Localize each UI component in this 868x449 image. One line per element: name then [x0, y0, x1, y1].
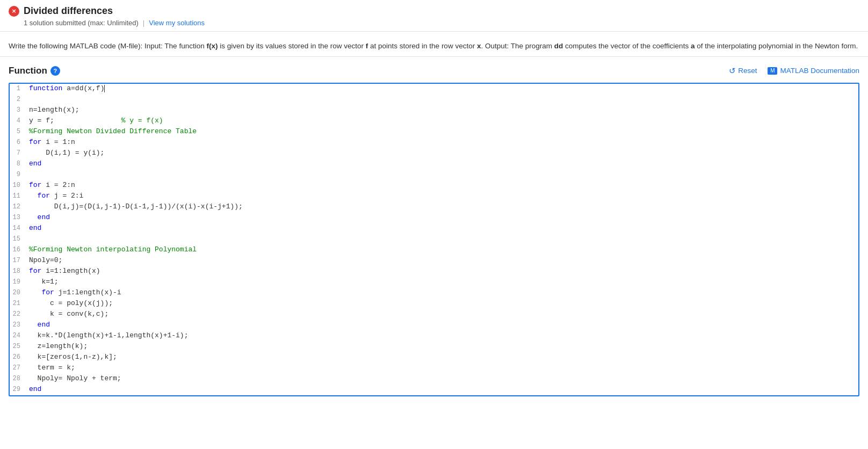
line-number-20: 20 [10, 288, 27, 296]
line-number-9: 9 [10, 170, 27, 178]
line-number-4: 4 [10, 117, 27, 125]
line-number-6: 6 [10, 138, 27, 146]
code-line-16: 16%Forming Newton interpolating Polynomi… [10, 245, 858, 256]
line-content-21: c = poly(x(j)); [27, 299, 858, 307]
line-content-28: Npoly= Npoly + term; [27, 374, 858, 382]
line-content-17: Npoly=0; [27, 256, 858, 264]
code-line-28: 28 Npoly= Npoly + term; [10, 374, 858, 385]
code-line-18: 18for i=1:length(x) [10, 266, 858, 277]
line-number-23: 23 [10, 321, 27, 329]
line-content-29: end [27, 385, 858, 393]
line-content-7: D(i,1) = y(i); [27, 149, 858, 157]
line-content-14: end [27, 224, 858, 232]
line-content-19: k=1; [27, 278, 858, 286]
code-line-1: 1function a=dd(x,f) [10, 84, 858, 95]
line-content-3: n=length(x); [27, 106, 858, 114]
desc-text: Write the following MATLAB code (M-file)… [9, 42, 858, 50]
line-number-28: 28 [10, 374, 27, 382]
code-line-22: 22 k = conv(k,c); [10, 309, 858, 320]
line-content-5: %Forming Newton Divided Difference Table [27, 127, 858, 135]
line-content-26: k=[zeros(1,n-z),k]; [27, 353, 858, 361]
line-number-8: 8 [10, 160, 27, 168]
code-line-14: 14end [10, 223, 858, 234]
function-label: Function [9, 66, 47, 76]
line-content-24: k=k.*D(length(x)+1-i,length(x)+1-i); [27, 331, 858, 339]
line-content-8: end [27, 160, 858, 168]
line-number-27: 27 [10, 364, 27, 372]
line-content-6: for i = 1:n [27, 138, 858, 146]
code-line-7: 7 D(i,1) = y(i); [10, 148, 858, 159]
code-line-21: 21 c = poly(x(j)); [10, 299, 858, 309]
code-line-5: 5%Forming Newton Divided Difference Tabl… [10, 127, 858, 137]
line-content-23: end [27, 321, 858, 329]
description-section: Write the following MATLAB code (M-file)… [0, 32, 868, 57]
line-content-1: function a=dd(x,f) [27, 84, 858, 92]
code-line-10: 10for i = 2:n [10, 180, 858, 191]
toolbar-right: ↺ Reset M MATLAB Documentation [729, 66, 859, 76]
matlab-doc-label: MATLAB Documentation [780, 67, 859, 75]
line-content-10: for i = 2:n [27, 181, 858, 189]
line-number-13: 13 [10, 213, 27, 221]
code-line-11: 11 for j = 2:i [10, 191, 858, 202]
view-solutions-link[interactable]: View my solutions [149, 19, 205, 27]
header: × Divided differences 1 solution submitt… [0, 0, 868, 32]
line-number-7: 7 [10, 149, 27, 157]
code-line-26: 26 k=[zeros(1,n-z),k]; [10, 352, 858, 363]
code-line-23: 23 end [10, 320, 858, 331]
page-title: Divided differences [24, 5, 113, 17]
matlab-doc-icon: M [768, 67, 777, 75]
code-line-24: 24 k=k.*D(length(x)+1-i,length(x)+1-i); [10, 331, 858, 342]
line-content-25: z=length(k); [27, 342, 858, 350]
reset-label: Reset [738, 67, 757, 75]
reset-button[interactable]: ↺ Reset [729, 66, 757, 76]
code-line-20: 20 for j=1:length(x)-i [10, 288, 858, 299]
line-number-15: 15 [10, 235, 27, 243]
line-content-11: for j = 2:i [27, 192, 858, 200]
line-number-3: 3 [10, 106, 27, 114]
line-number-17: 17 [10, 256, 27, 264]
line-content-12: D(i,j)=(D(i,j-1)-D(i-1,j-1))/(x(i)-x(i-j… [27, 202, 858, 211]
function-label-row: Function ? [9, 66, 60, 76]
title-row: × Divided differences [9, 5, 859, 17]
submission-count: 1 solution submitted (max: Unlimited) [24, 19, 139, 27]
line-number-21: 21 [10, 299, 27, 307]
code-line-13: 13 end [10, 213, 858, 223]
code-line-17: 17Npoly=0; [10, 256, 858, 266]
line-content-27: term = k; [27, 364, 858, 372]
subtitle-row: 1 solution submitted (max: Unlimited) | … [9, 19, 859, 27]
line-number-19: 19 [10, 278, 27, 286]
code-line-2: 2 [10, 95, 858, 105]
code-editor[interactable]: 1function a=dd(x,f)23n=length(x);4y = f;… [9, 83, 859, 396]
matlab-doc-button[interactable]: M MATLAB Documentation [768, 67, 859, 75]
line-number-5: 5 [10, 127, 27, 135]
line-content-20: for j=1:length(x)-i [27, 288, 858, 296]
subtitle-divider: | [143, 19, 144, 27]
code-line-6: 6for i = 1:n [10, 137, 858, 148]
line-content-18: for i=1:length(x) [27, 267, 858, 275]
line-number-22: 22 [10, 310, 27, 318]
function-header: Function ? ↺ Reset M MATLAB Documentatio… [9, 66, 859, 76]
line-number-2: 2 [10, 95, 27, 103]
line-number-11: 11 [10, 192, 27, 200]
line-number-24: 24 [10, 331, 27, 339]
line-number-16: 16 [10, 245, 27, 254]
code-line-8: 8end [10, 159, 858, 170]
line-number-14: 14 [10, 224, 27, 232]
line-number-29: 29 [10, 385, 27, 393]
line-number-25: 25 [10, 342, 27, 350]
line-number-1: 1 [10, 84, 27, 92]
help-icon[interactable]: ? [50, 66, 60, 76]
code-line-19: 19 k=1; [10, 277, 858, 288]
code-line-29: 29end [10, 385, 858, 395]
line-content-22: k = conv(k,c); [27, 310, 858, 318]
line-number-18: 18 [10, 267, 27, 275]
code-line-4: 4y = f; % y = f(x) [10, 116, 858, 127]
line-number-12: 12 [10, 202, 27, 211]
line-number-10: 10 [10, 181, 27, 189]
line-content-16: %Forming Newton interpolating Polynomial [27, 245, 858, 254]
code-line-25: 25 z=length(k); [10, 342, 858, 352]
line-content-4: y = f; % y = f(x) [27, 117, 858, 125]
error-icon: × [9, 6, 19, 17]
code-line-3: 3n=length(x); [10, 105, 858, 116]
code-line-27: 27 term = k; [10, 363, 858, 374]
